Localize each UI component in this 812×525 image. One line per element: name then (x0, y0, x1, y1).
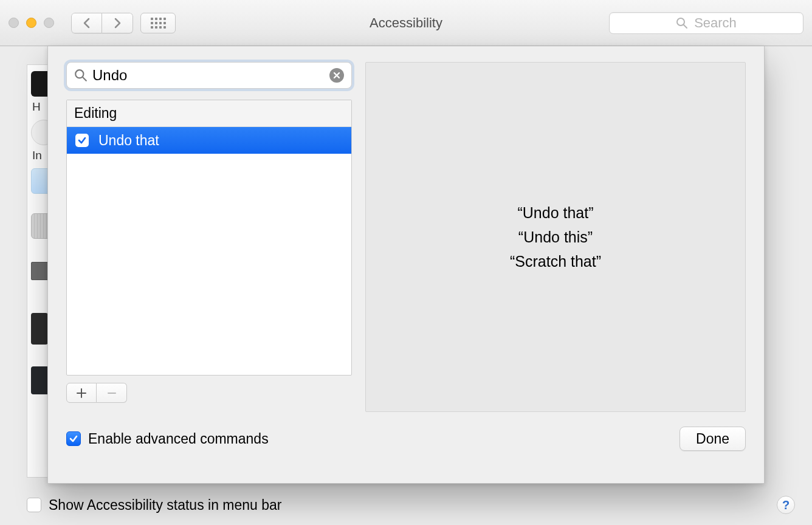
commands-search-input[interactable] (92, 67, 329, 84)
check-icon (77, 136, 87, 145)
done-button[interactable]: Done (680, 427, 746, 451)
show-status-menubar-label: Show Accessibility status in menu bar (49, 497, 282, 513)
checkbox-box (27, 498, 41, 512)
results-section-header: Editing (67, 100, 351, 127)
add-remove-segment (66, 383, 127, 403)
search-icon (74, 69, 88, 82)
add-command-button[interactable] (66, 383, 97, 403)
nav-back-forward (71, 13, 133, 33)
sidebar-item-icon[interactable] (31, 313, 48, 345)
sidebar-item-icon[interactable] (31, 262, 49, 280)
check-icon (69, 434, 78, 444)
checkbox-box (66, 431, 81, 446)
commands-sheet: Editing Undo that (47, 46, 765, 484)
forward-button[interactable] (102, 13, 133, 33)
plus-icon (76, 388, 87, 399)
result-row[interactable]: Undo that (67, 127, 351, 154)
window-controls (9, 18, 54, 28)
help-button[interactable]: ? (777, 496, 795, 514)
minimize-window-button[interactable] (26, 18, 36, 28)
commands-search-field[interactable] (66, 62, 352, 89)
zoom-window-button[interactable] (44, 18, 54, 28)
enable-advanced-commands-label: Enable advanced commands (88, 431, 269, 447)
preview-phrase: “Undo this” (510, 225, 601, 249)
result-label: Undo that (98, 132, 159, 149)
svg-line-3 (83, 77, 86, 81)
minus-icon (106, 388, 117, 399)
preview-phrase: “Undo that” (510, 201, 601, 225)
toolbar-search-field[interactable]: Search (609, 12, 803, 34)
result-enabled-checkbox[interactable] (75, 134, 89, 147)
show-all-preferences-button[interactable] (140, 13, 176, 33)
preview-phrase: “Scratch that” (510, 249, 601, 273)
svg-point-2 (75, 70, 83, 78)
clear-search-button[interactable] (329, 68, 344, 83)
close-window-button[interactable] (9, 18, 19, 28)
back-button[interactable] (71, 13, 102, 33)
titlebar: Accessibility Search (0, 0, 812, 46)
search-icon (676, 17, 688, 29)
grid-icon (151, 18, 166, 29)
enable-advanced-commands-checkbox[interactable]: Enable advanced commands (66, 431, 269, 447)
toolbar-search-placeholder: Search (694, 15, 737, 31)
commands-results-list: Editing Undo that (66, 100, 352, 376)
show-status-menubar-checkbox[interactable]: Show Accessibility status in menu bar (27, 497, 282, 513)
remove-command-button[interactable] (97, 383, 127, 403)
command-preview-panel: “Undo that” “Undo this” “Scratch that” (365, 62, 746, 412)
close-icon (333, 72, 340, 79)
svg-line-1 (684, 25, 687, 28)
svg-point-0 (677, 18, 684, 26)
